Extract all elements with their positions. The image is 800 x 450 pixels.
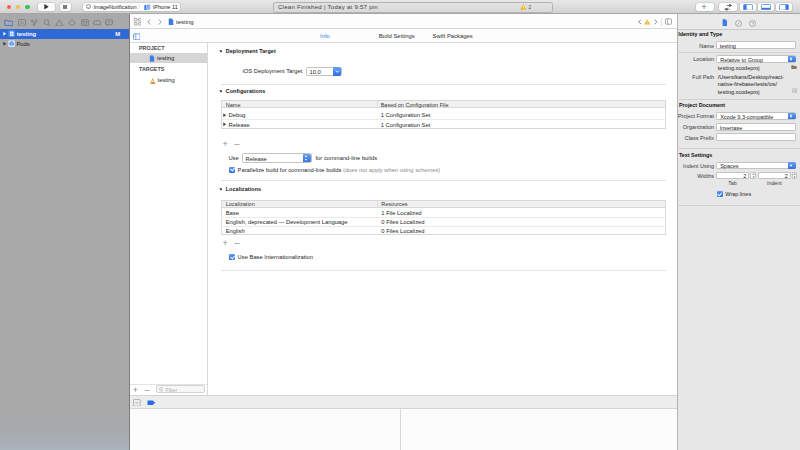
svg-text:?: ? (751, 21, 754, 26)
